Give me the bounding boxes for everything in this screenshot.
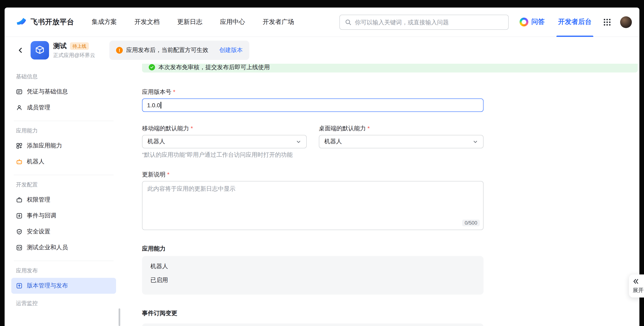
- warning-icon: [116, 47, 123, 54]
- sidebar-item-label: 安全设置: [27, 228, 50, 236]
- expand-panel-button[interactable]: 展开: [629, 274, 644, 298]
- apps-grid-icon[interactable]: [603, 18, 611, 26]
- feishu-logo-icon: [16, 16, 27, 28]
- app-meta: 测试 待上线 正式应用@环界云: [53, 42, 95, 59]
- events-section-title: 事件订阅变更: [142, 309, 484, 317]
- sidebar-item-test-org[interactable]: 测试企业和人员: [11, 240, 116, 256]
- update-notes-label: 更新说明: [142, 170, 484, 178]
- sidebar-section-release: 应用发布: [11, 267, 116, 274]
- sidebar-section-capabilities: 应用能力: [11, 127, 116, 134]
- sidebar-item-label: 事件与回调: [27, 212, 56, 220]
- cube-icon: [34, 45, 45, 56]
- desktop-capability-value: 机器人: [324, 138, 342, 146]
- sidebar-section-basic: 基础信息: [11, 73, 116, 80]
- create-version-link[interactable]: 创建版本: [219, 46, 242, 54]
- sidebar-item-security[interactable]: 安全设置: [11, 224, 116, 240]
- qa-label: 问答: [531, 18, 545, 26]
- app-name: 测试: [53, 42, 66, 50]
- nav-item-changelog[interactable]: 更新日志: [177, 18, 202, 26]
- version-label: 应用版本号: [142, 88, 484, 96]
- logo-text: 飞书开放平台: [30, 17, 74, 27]
- success-banner: 本次发布免审核，提交发布后即可上线使用: [142, 64, 638, 72]
- nav-item-dev-plaza[interactable]: 开发者广场: [263, 18, 294, 26]
- grid-plus-icon: [16, 142, 23, 149]
- chevron-left-icon: [17, 47, 24, 54]
- double-chevron-left-icon: [633, 278, 639, 284]
- expand-label: 展开: [633, 286, 644, 294]
- sidebar-item-label: 成员管理: [27, 104, 50, 112]
- nav-item-app-center[interactable]: 应用中心: [220, 18, 245, 26]
- desktop-capability-label: 桌面端的默认能力: [319, 124, 484, 132]
- desktop-capability-select[interactable]: 机器人: [319, 135, 484, 148]
- qa-link[interactable]: 问答: [520, 18, 545, 26]
- sidebar-item-label: 凭证与基础信息: [27, 88, 68, 96]
- capability-panel: 机器人 已启用: [142, 256, 484, 294]
- update-notes-textarea[interactable]: [142, 181, 484, 230]
- success-banner-text: 本次发布免审核，提交发布后即可上线使用: [158, 64, 270, 70]
- global-search[interactable]: [340, 14, 509, 30]
- capability-name: 机器人: [150, 263, 475, 270]
- capability-section-title: 应用能力: [142, 244, 484, 253]
- browser-content: 飞书开放平台 集成方案 开发文档 更新日志 应用中心 开发者广场 问答: [4, 8, 640, 326]
- check-circle-icon: [149, 64, 155, 70]
- sidebar-item-label: 机器人: [27, 158, 44, 166]
- capability-status: 已启用: [150, 276, 475, 284]
- sidebar-item-bot[interactable]: 机器人: [11, 154, 116, 170]
- sidebar-section-monitoring: 运营监控: [11, 300, 116, 307]
- code-brackets-icon: [16, 244, 23, 251]
- user-avatar[interactable]: [620, 16, 632, 28]
- back-button[interactable]: [16, 45, 26, 55]
- app-subtitle: 正式应用@环界云: [53, 52, 95, 59]
- release-form: 应用版本号 1.0.0 移动端的默认能力 机器人: [142, 88, 484, 326]
- sidebar-item-members[interactable]: 成员管理: [11, 100, 116, 116]
- nav-item-solutions[interactable]: 集成方案: [92, 18, 117, 26]
- sidebar-section-dev-config: 开发配置: [11, 181, 116, 188]
- app-header-bar: 测试 待上线 正式应用@环界云 应用发布后，当前配置方可生效 创建版本: [4, 37, 640, 64]
- person-icon: [16, 104, 23, 111]
- briefcase-icon: [16, 196, 23, 203]
- version-input[interactable]: 1.0.0: [142, 98, 484, 112]
- sidebar-item-label: 版本管理与发布: [27, 282, 68, 290]
- shield-check-icon: [16, 228, 23, 235]
- sidebar-item-credentials[interactable]: 凭证与基础信息: [11, 84, 116, 100]
- text-caret: [160, 102, 161, 108]
- sidebar-item-version-release[interactable]: 版本管理与发布: [11, 278, 116, 294]
- capability-hint: “默认的应用功能”即用户通过工作台访问应用时打开的功能: [142, 151, 484, 159]
- sidebar-item-events-callbacks[interactable]: 事件与回调: [11, 208, 116, 224]
- upload-box-icon: [16, 282, 23, 289]
- sidebar: 基础信息 凭证与基础信息 成员管理 应用能力: [4, 64, 121, 326]
- version-value: 1.0.0: [147, 102, 160, 108]
- alert-text: 应用发布后，当前配置方可生效: [126, 46, 208, 54]
- chevron-down-icon: [296, 139, 301, 144]
- inbox-arrow-icon: [16, 212, 23, 219]
- publish-alert-banner: 应用发布后，当前配置方可生效 创建版本: [109, 41, 249, 60]
- grid-dots-icon: [603, 18, 611, 26]
- search-input[interactable]: [355, 19, 503, 25]
- mobile-capability-value: 机器人: [148, 138, 165, 146]
- body-row: 基础信息 凭证与基础信息 成员管理 应用能力: [4, 64, 640, 326]
- id-card-icon: [16, 88, 23, 95]
- sidebar-item-permissions[interactable]: 权限管理: [11, 192, 116, 208]
- char-counter: 0/500: [462, 220, 480, 226]
- tab-developer-console[interactable]: 开发者后台: [558, 8, 592, 37]
- sidebar-item-label: 权限管理: [27, 196, 50, 204]
- sidebar-divider: [14, 175, 114, 175]
- sidebar-divider: [14, 121, 114, 121]
- sidebar-item-label: 测试企业和人员: [27, 244, 68, 252]
- mobile-capability-select[interactable]: 机器人: [142, 135, 307, 148]
- search-icon: [345, 19, 352, 25]
- events-panel: [142, 324, 484, 326]
- mobile-capability-label: 移动端的默认能力: [142, 124, 307, 132]
- main-content: 本次发布免审核，提交发布后即可上线使用 应用版本号 1.0.0 移动端的默认能力…: [121, 64, 640, 326]
- feishu-logo[interactable]: 飞书开放平台: [16, 16, 74, 28]
- sidebar-item-add-capability[interactable]: 添加应用能力: [11, 138, 116, 154]
- screen: 飞书开放平台 集成方案 开发文档 更新日志 应用中心 开发者广场 问答: [0, 0, 644, 326]
- console-label: 开发者后台: [558, 18, 592, 26]
- nav-item-docs[interactable]: 开发文档: [134, 18, 160, 26]
- app-icon: [30, 41, 49, 60]
- qa-ring-icon: [520, 18, 528, 26]
- sidebar-scrollbar[interactable]: [118, 308, 120, 326]
- robot-icon: [16, 158, 23, 165]
- chevron-down-icon: [473, 139, 478, 144]
- top-navigation: 飞书开放平台 集成方案 开发文档 更新日志 应用中心 开发者广场 问答: [4, 8, 640, 37]
